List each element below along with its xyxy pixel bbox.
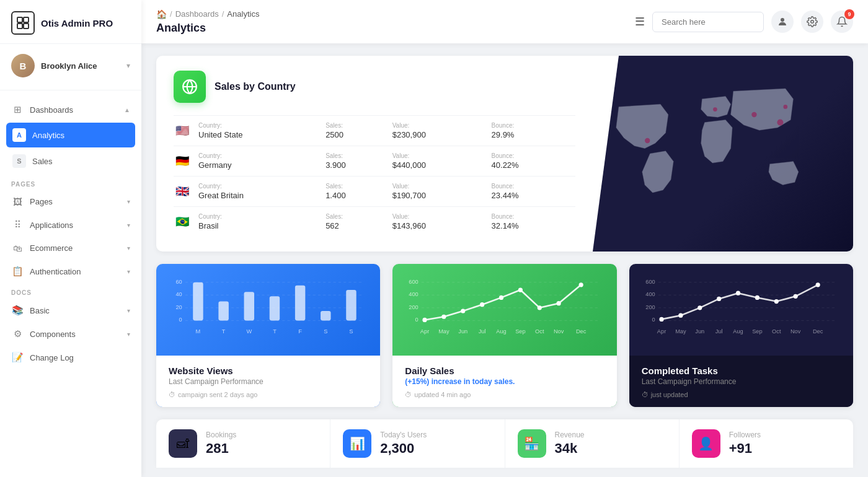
- table-row: 🇺🇸 Country: United State Sales: 2500 Val…: [174, 116, 575, 146]
- svg-point-50: [557, 301, 561, 305]
- svg-text:Nov: Nov: [554, 328, 564, 335]
- settings-icon[interactable]: [801, 11, 823, 33]
- completed-tasks-subtitle: Last Campaign Performance: [642, 377, 841, 386]
- authentication-icon: 📋: [11, 266, 24, 277]
- sales-value: 562: [326, 221, 339, 230]
- website-views-chart: 60 40 20 0 M T: [156, 264, 380, 356]
- value-amount: $230,900: [392, 130, 426, 139]
- sidebar-item-components-label: Components: [30, 330, 121, 339]
- sales-by-country-title: Sales by Country: [215, 81, 296, 92]
- sidebar-item-basic[interactable]: 📚 Basic ▾: [0, 299, 141, 322]
- stat-label: Revenue: [555, 431, 585, 439]
- svg-rect-25: [295, 286, 305, 321]
- svg-text:Apr: Apr: [657, 328, 665, 335]
- sidebar-item-authentication[interactable]: 📋 Authentication ▾: [0, 260, 141, 283]
- stat-item: 🛋 Bookings 281: [156, 419, 330, 468]
- website-views-title: Website Views: [169, 365, 368, 376]
- sales-info: Sales: 3.900: [326, 146, 392, 177]
- bounce-rate: 40.22%: [492, 160, 519, 170]
- country-flag: 🇧🇷: [174, 216, 191, 228]
- svg-point-44: [442, 315, 446, 319]
- docs-section-label: DOCS: [0, 283, 141, 299]
- stat-value: +91: [729, 440, 761, 457]
- daily-sales-footer: ⏱ updated 4 min ago: [405, 391, 604, 398]
- user-name: Brooklyn Alice: [41, 61, 120, 71]
- svg-text:Jun: Jun: [459, 328, 468, 335]
- svg-text:Oct: Oct: [772, 328, 781, 335]
- value-amount: $190,700: [392, 191, 426, 200]
- sales-info: Sales: 562: [326, 207, 392, 237]
- sidebar-item-analytics[interactable]: A Analytics: [6, 123, 135, 147]
- sidebar-item-sales-label: Sales: [32, 157, 129, 166]
- svg-text:Aug: Aug: [733, 328, 743, 335]
- stat-text: Followers +91: [729, 431, 761, 457]
- svg-point-47: [499, 295, 503, 300]
- svg-text:Jul: Jul: [715, 328, 722, 335]
- svg-text:600: 600: [409, 279, 418, 285]
- sidebar-item-sales[interactable]: S Sales: [6, 149, 135, 173]
- svg-point-4: [781, 18, 784, 22]
- sales-value: 2500: [326, 130, 343, 139]
- country-name: Germany: [198, 160, 231, 170]
- sidebar-item-applications[interactable]: ⠿ Applications ▾: [0, 213, 141, 237]
- bounce-info: Bounce: 32.14%: [492, 207, 575, 237]
- clock-icon3: ⏱: [642, 391, 649, 398]
- country-label: Country:: [198, 213, 318, 220]
- breadcrumb-dashboards[interactable]: Dashboards: [175, 9, 219, 19]
- user-profile-icon[interactable]: [771, 11, 794, 33]
- chevron-icon: ▾: [127, 245, 130, 252]
- svg-text:200: 200: [409, 304, 418, 310]
- svg-point-46: [480, 302, 484, 307]
- value-info: Value: $190,700: [392, 177, 492, 207]
- sales-info: Sales: 1.400: [326, 177, 392, 207]
- bounce-info: Bounce: 40.22%: [492, 146, 575, 177]
- stat-text: Today's Users 2,300: [380, 431, 427, 457]
- menu-icon[interactable]: ☰: [635, 15, 645, 28]
- line-chart-green: 600 400 200 0: [402, 274, 606, 348]
- svg-point-11: [777, 120, 783, 126]
- sidebar-nav: ⊞ Dashboards ▲ A Analytics S Sales PAGES…: [0, 93, 141, 477]
- notification-badge: 9: [844, 9, 854, 19]
- country-info: Country: Germany: [198, 146, 326, 177]
- value-amount: $440,000: [392, 160, 426, 170]
- page-title: Analytics: [156, 22, 622, 35]
- svg-text:400: 400: [409, 291, 418, 297]
- website-views-footer: ⏱ campaign sent 2 days ago: [169, 391, 368, 398]
- sidebar-item-components[interactable]: ⚙ Components ▾: [0, 322, 141, 346]
- search-input[interactable]: [652, 12, 764, 32]
- svg-text:Oct: Oct: [535, 328, 544, 335]
- svg-rect-26: [321, 311, 330, 320]
- stat-label: Followers: [729, 431, 761, 439]
- svg-point-74: [755, 295, 759, 300]
- svg-text:S: S: [349, 328, 353, 335]
- sales-card-icon: [174, 71, 206, 103]
- sidebar-item-ecommerce[interactable]: 🛍 Ecommerce ▾: [0, 237, 141, 260]
- svg-text:Sep: Sep: [752, 328, 762, 335]
- content-area: Sales by Country 🇺🇸 Country: United Stat…: [141, 43, 868, 477]
- svg-text:Nov: Nov: [790, 328, 801, 335]
- sales-label: Sales:: [326, 152, 385, 159]
- svg-point-76: [793, 294, 797, 299]
- notifications-icon[interactable]: 9: [831, 11, 853, 33]
- svg-text:F: F: [298, 328, 302, 335]
- sidebar-item-pages[interactable]: 🖼 Pages ▾: [0, 190, 141, 213]
- breadcrumb-block: 🏠 / Dashboards / Analytics Analytics: [156, 9, 622, 35]
- sales-by-country-card: Sales by Country 🇺🇸 Country: United Stat…: [156, 56, 853, 252]
- svg-text:Apr: Apr: [420, 328, 429, 335]
- value-label: Value:: [392, 152, 484, 159]
- sidebar-item-changelog[interactable]: 📝 Change Log: [0, 346, 141, 369]
- country-info: Country: Brasil: [198, 207, 326, 237]
- website-views-bottom: Website Views Last Campaign Performance …: [156, 356, 380, 407]
- svg-text:Dec: Dec: [576, 328, 587, 335]
- svg-text:0: 0: [415, 317, 418, 323]
- svg-point-77: [815, 282, 820, 287]
- sales-value: 3.900: [326, 160, 346, 170]
- svg-point-45: [461, 309, 465, 313]
- user-menu[interactable]: B Brooklyn Alice ▾: [0, 44, 141, 87]
- sidebar-item-dashboards[interactable]: ⊞ Dashboards ▲: [0, 98, 141, 121]
- svg-point-51: [579, 282, 583, 287]
- completed-tasks-bottom: Completed Tasks Last Campaign Performanc…: [629, 356, 853, 407]
- flag-cell: 🇩🇪: [174, 155, 191, 167]
- sidebar: Otis Admin PRO B Brooklyn Alice ▾ ⊞ Dash…: [0, 0, 141, 477]
- world-map-section: [593, 56, 853, 252]
